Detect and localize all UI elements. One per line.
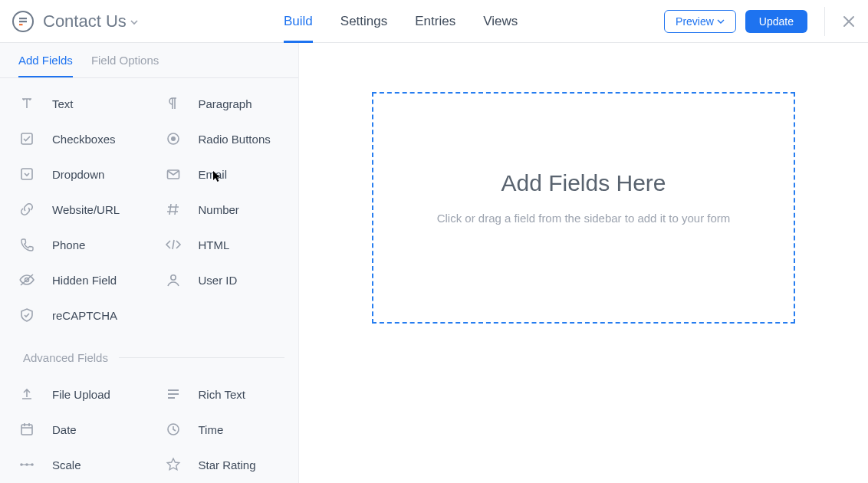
dropzone-title: Add Fields Here: [501, 170, 666, 196]
section-advanced-fields: Advanced Fields: [0, 340, 298, 369]
field-label: Checkboxes: [52, 133, 116, 146]
sidebar-tab-field-options[interactable]: Field Options: [91, 54, 159, 77]
divider: [824, 7, 825, 36]
checkbox-icon: [18, 130, 35, 147]
field-website-url[interactable]: Website/URL: [3, 192, 150, 227]
code-icon: [165, 236, 182, 253]
sidebar-tabs: Add Fields Field Options: [0, 43, 298, 78]
svg-rect-1: [19, 18, 27, 19]
tab-views[interactable]: Views: [483, 0, 518, 43]
update-button[interactable]: Update: [745, 10, 807, 33]
tab-settings[interactable]: Settings: [340, 0, 387, 43]
field-label: Number: [199, 203, 239, 216]
dropdown-icon: [18, 166, 35, 182]
field-label: User ID: [199, 274, 238, 287]
field-html[interactable]: HTML: [150, 227, 296, 262]
field-phone[interactable]: Phone: [3, 227, 150, 262]
divider: [119, 357, 284, 358]
text-icon: [18, 95, 35, 112]
field-star-rating[interactable]: Star Rating: [150, 447, 296, 482]
field-file-upload[interactable]: File Upload: [3, 376, 150, 412]
field-label: HTML: [199, 238, 230, 251]
hash-icon: [165, 201, 182, 218]
user-icon: [165, 271, 182, 288]
caret-down-icon: [130, 18, 139, 27]
field-user-id[interactable]: User ID: [150, 262, 296, 297]
field-checkboxes[interactable]: Checkboxes: [3, 121, 150, 156]
eye-off-icon: [18, 271, 35, 288]
svg-point-6: [171, 136, 176, 141]
sidebar-tab-add-fields[interactable]: Add Fields: [18, 54, 73, 77]
field-time[interactable]: Time: [150, 412, 296, 447]
dropzone-subtitle: Click or drag a field from the sidebar t…: [437, 212, 731, 225]
field-label: Dropdown: [52, 168, 104, 181]
clock-icon: [165, 421, 182, 438]
svg-point-10: [170, 275, 175, 280]
topbar: Contact Us Build Settings Entries Views …: [0, 0, 868, 43]
form-title-text: Contact Us: [43, 12, 127, 31]
field-date[interactable]: Date: [3, 412, 150, 447]
field-scale[interactable]: Scale: [3, 447, 150, 482]
form-title-dropdown[interactable]: Contact Us: [43, 12, 139, 31]
close-icon: [842, 15, 856, 28]
field-label: File Upload: [52, 388, 110, 401]
field-radio-buttons[interactable]: Radio Buttons: [150, 121, 296, 156]
preview-label: Preview: [676, 15, 714, 28]
field-label: reCAPTCHA: [52, 309, 117, 322]
field-email[interactable]: Email: [150, 156, 296, 192]
link-icon: [18, 201, 35, 218]
field-text[interactable]: Text: [3, 86, 150, 121]
email-icon: [165, 166, 182, 182]
scale-icon: [18, 456, 35, 473]
preview-button[interactable]: Preview: [664, 10, 736, 33]
basic-fields-grid: Text Paragraph Checkboxes Radio Buttons …: [0, 78, 298, 340]
field-label: Radio Buttons: [199, 133, 271, 146]
field-paragraph[interactable]: Paragraph: [150, 86, 296, 121]
advanced-fields-grid: File Upload Rich Text Date Time Scale St…: [0, 369, 298, 483]
upload-icon: [18, 386, 35, 402]
field-rich-text[interactable]: Rich Text: [150, 376, 296, 412]
calendar-icon: [18, 421, 35, 438]
caret-down-icon: [717, 18, 725, 25]
field-label: Date: [52, 423, 77, 436]
top-actions: Preview Update: [664, 7, 859, 36]
field-label: Rich Text: [199, 388, 245, 401]
main-area: Add Fields Field Options Text Paragraph …: [0, 43, 868, 483]
radio-icon: [165, 130, 182, 147]
tab-build[interactable]: Build: [284, 0, 313, 43]
cursor-pointer-icon: [212, 170, 222, 184]
field-dropzone[interactable]: Add Fields Here Click or drag a field fr…: [372, 92, 795, 324]
svg-rect-7: [21, 169, 32, 179]
main-tabs: Build Settings Entries Views: [284, 0, 518, 43]
star-icon: [165, 456, 182, 473]
form-canvas: Add Fields Here Click or drag a field fr…: [299, 43, 868, 483]
field-label: Paragraph: [199, 97, 252, 110]
svg-rect-2: [19, 21, 27, 22]
field-recaptcha[interactable]: reCAPTCHA: [3, 297, 150, 333]
svg-rect-3: [19, 24, 23, 25]
paragraph-icon: [165, 95, 182, 112]
field-label: Scale: [52, 458, 81, 472]
field-label: Text: [52, 97, 74, 110]
shield-check-icon: [18, 307, 35, 324]
field-label: Star Rating: [199, 458, 256, 472]
close-button[interactable]: [839, 12, 859, 31]
app-logo-icon: [11, 9, 35, 34]
field-label: Hidden Field: [52, 274, 117, 287]
field-label: Time: [199, 423, 224, 436]
tab-entries[interactable]: Entries: [415, 0, 455, 43]
field-label: Phone: [52, 238, 85, 251]
sidebar: Add Fields Field Options Text Paragraph …: [0, 43, 299, 483]
field-dropdown[interactable]: Dropdown: [3, 156, 150, 192]
field-hidden[interactable]: Hidden Field: [3, 262, 150, 297]
section-label: Advanced Fields: [23, 351, 108, 364]
svg-rect-11: [21, 425, 32, 435]
field-number[interactable]: Number: [150, 192, 296, 227]
field-label: Website/URL: [52, 203, 120, 216]
rich-text-icon: [165, 386, 182, 402]
phone-icon: [18, 236, 35, 253]
